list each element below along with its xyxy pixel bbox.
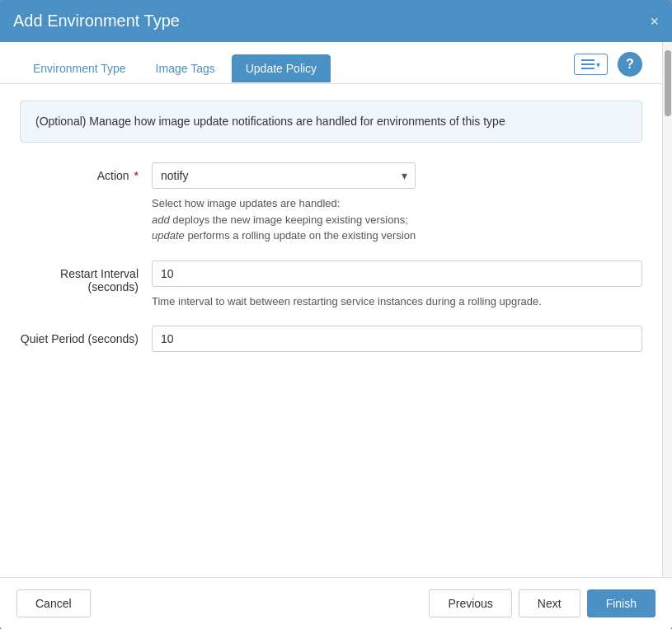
restart-interval-input[interactable]: [152, 261, 642, 287]
required-indicator: *: [134, 169, 139, 182]
quiet-period-control-wrapper: [152, 326, 642, 352]
info-box: (Optional) Manage how image update notif…: [20, 101, 642, 143]
form-row-quiet-period: Quiet Period (seconds): [20, 326, 642, 352]
action-control-wrapper: notify add update ▾ Select how image upd…: [152, 162, 642, 244]
tab-image-tags[interactable]: Image Tags: [143, 55, 228, 82]
close-button[interactable]: ×: [650, 14, 659, 29]
footer-left: Cancel: [16, 589, 91, 617]
action-select-wrapper: notify add update ▾: [152, 162, 416, 189]
hamburger-icon: [581, 59, 594, 69]
hint-italic-update: update: [152, 229, 185, 242]
hint-italic-add: add: [152, 214, 170, 226]
tab-environment-type[interactable]: Environment Type: [20, 55, 139, 82]
menu-dropdown-arrow-icon: ▾: [596, 60, 600, 69]
form-row-action: Action * notify add update ▾: [20, 162, 642, 244]
previous-button[interactable]: Previous: [429, 589, 511, 617]
form-row-restart-interval: Restart Interval (seconds) Time interval…: [20, 261, 642, 310]
restart-interval-control-wrapper: Time interval to wait between restarting…: [152, 261, 642, 310]
action-select[interactable]: notify add update: [152, 162, 416, 189]
tabs-bar: Environment Type Image Tags Update Polic…: [0, 42, 662, 84]
modal-footer: Cancel Previous Next Finish: [0, 577, 672, 629]
help-icon[interactable]: ?: [618, 52, 642, 77]
scrollbar-thumb: [665, 50, 671, 116]
restart-interval-hint: Time interval to wait between restarting…: [152, 293, 642, 310]
content-area: (Optional) Manage how image update notif…: [0, 84, 662, 577]
modal-header: Add Environment Type ×: [0, 0, 672, 42]
next-button[interactable]: Next: [519, 589, 580, 617]
tab-menu-button[interactable]: ▾: [574, 54, 608, 75]
quiet-period-label: Quiet Period (seconds): [20, 326, 152, 345]
modal-title: Add Environment Type: [13, 12, 180, 31]
action-hint: Select how image updates are handled: ad…: [152, 195, 642, 244]
finish-button[interactable]: Finish: [587, 589, 656, 617]
tab-update-policy[interactable]: Update Policy: [232, 54, 331, 82]
action-label: Action *: [20, 162, 152, 182]
modal-container: Add Environment Type × Environment Type …: [0, 0, 672, 629]
scrollbar[interactable]: [662, 42, 672, 577]
quiet-period-input[interactable]: [152, 326, 642, 352]
modal-inner: Environment Type Image Tags Update Polic…: [0, 42, 672, 577]
modal-scroll-content: Environment Type Image Tags Update Polic…: [0, 42, 662, 577]
cancel-button[interactable]: Cancel: [16, 589, 91, 617]
restart-interval-label: Restart Interval (seconds): [20, 261, 152, 293]
footer-right: Previous Next Finish: [429, 589, 656, 617]
